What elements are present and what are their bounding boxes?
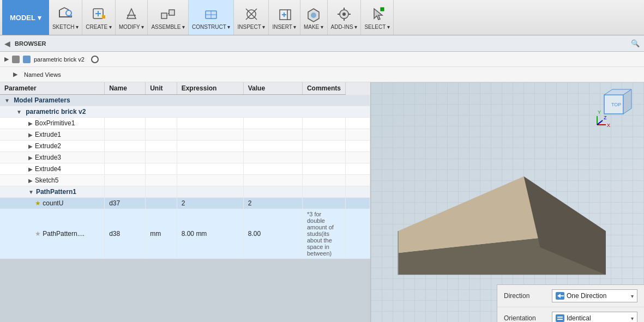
table-row-pathpattern-param: ★ PathPattern.... d38 mm 8.00 mm 8.00 *3…: [0, 209, 370, 259]
table-row-pathpattern: ▼PathPattern1: [0, 186, 370, 198]
modify-label: MODIFY ▾: [119, 24, 144, 30]
col-header-value: Value: [243, 82, 302, 95]
select-label: SELECT ▾: [364, 24, 390, 30]
model-dropdown-arrow: ▾: [38, 14, 41, 22]
toolbar: MODEL ▾ SKETCH ▾ CREATE ▾: [0, 0, 644, 35]
subsection-label: ▼ parametric brick v2: [0, 106, 370, 118]
svg-point-21: [311, 13, 316, 18]
item-model-icon: [23, 56, 31, 63]
browser-item-row: ▶ parametric brick v2: [0, 52, 644, 67]
direction-value: One Direction: [567, 292, 629, 300]
svg-line-3: [70, 15, 72, 16]
addins-label: ADD-INS ▾: [331, 24, 358, 30]
browser-search-icon[interactable]: 🔍: [631, 39, 640, 47]
insert-icon: [275, 5, 293, 23]
named-views-row: ▶ Named Views: [0, 67, 644, 82]
browser-pin-icon[interactable]: ◀: [4, 39, 10, 48]
toolbar-group-insert[interactable]: INSERT ▾: [269, 0, 300, 35]
svg-line-41: [597, 120, 603, 125]
insert-label: INSERT ▾: [272, 24, 296, 30]
construct-icon: [202, 5, 220, 23]
section-label: ▼ Model Parameters: [0, 95, 370, 106]
addins-icon: [335, 5, 353, 23]
toolbar-group-create[interactable]: CREATE ▾: [82, 0, 116, 35]
subsection-expand-icon[interactable]: ▼: [16, 109, 22, 115]
col-header-expression: Expression: [177, 82, 243, 95]
table-row-countU: ★ countU d37 2 2: [0, 198, 370, 209]
orientation-dropdown-arrow: ▾: [631, 315, 634, 321]
row-param-name: ▶BoxPrimitive1: [0, 118, 105, 129]
direction-icon: [556, 292, 564, 300]
expand-icon[interactable]: ▶: [4, 56, 9, 63]
create-icon: [90, 5, 107, 23]
make-icon: [305, 5, 322, 23]
table-row: ▶Extrude3: [0, 152, 370, 163]
expand-named-views-icon[interactable]: ▶: [13, 71, 17, 78]
section-expand-icon[interactable]: ▼: [4, 98, 10, 104]
table-row: ▶BoxPrimitive1: [0, 118, 370, 129]
svg-text:Z: Z: [604, 115, 607, 120]
model-menu-button[interactable]: MODEL ▾: [2, 0, 49, 35]
browser-label: BROWSER: [15, 40, 46, 47]
browser-item-name: parametric brick v2: [34, 56, 85, 63]
table-row: ▶Extrude1: [0, 129, 370, 141]
toolbar-group-addins[interactable]: ADD-INS ▾: [328, 0, 362, 35]
svg-point-23: [342, 13, 346, 16]
svg-text:Y: Y: [598, 110, 601, 115]
toolbar-group-sketch[interactable]: SKETCH ▾: [49, 0, 82, 35]
toolbar-group-assemble[interactable]: ASSEMBLE ▾: [148, 0, 189, 35]
col-header-parameter: Parameter: [0, 82, 105, 95]
make-label: MAKE ▾: [304, 24, 323, 30]
direction-dropdown-arrow: ▾: [631, 293, 634, 299]
direction-dropdown[interactable]: One Direction ▾: [552, 289, 637, 302]
browser-panel: ◀ BROWSER 🔍: [0, 35, 644, 52]
direction-row: Direction One Direction ▾: [497, 285, 644, 307]
toolbar-group-select[interactable]: SELECT ▾: [361, 0, 394, 35]
section-model-parameters: ▼ Model Parameters: [0, 95, 370, 106]
main-content: Parameter Name Unit Expression Value Com…: [0, 82, 644, 322]
svg-rect-10: [169, 10, 174, 15]
orientation-row: Orientation Identical ▾: [497, 307, 644, 322]
star-icon-2: ★: [35, 230, 41, 238]
construct-label: CONSTRUCT ▾: [192, 24, 230, 30]
svg-rect-28: [381, 8, 384, 11]
toolbar-group-make[interactable]: MAKE ▾: [300, 0, 328, 35]
col-header-comments: Comments: [302, 82, 345, 95]
visibility-toggle[interactable]: [91, 56, 99, 63]
table-row: ▶Extrude4: [0, 163, 370, 175]
assemble-label: ASSEMBLE ▾: [151, 24, 185, 30]
star-icon: ★: [35, 199, 41, 207]
item-folder-icon: [12, 56, 20, 63]
sketch-label: SKETCH ▾: [52, 24, 79, 30]
viewcube-svg: TOP X Y Z: [596, 87, 640, 130]
create-label: CREATE ▾: [86, 24, 112, 30]
named-views-label: Named Views: [24, 71, 61, 78]
inspect-label: INSPECT ▾: [237, 24, 265, 30]
parameter-table-container: Parameter Name Unit Expression Value Com…: [0, 82, 371, 322]
svg-text:X: X: [607, 123, 610, 128]
col-header-name: Name: [105, 82, 146, 95]
subsection-brick: ▼ parametric brick v2: [0, 106, 370, 118]
parameter-table: Parameter Name Unit Expression Value Com…: [0, 82, 370, 259]
orientation-dropdown[interactable]: Identical ▾: [552, 312, 637, 322]
svg-rect-1: [59, 10, 60, 17]
toolbar-group-inspect[interactable]: INSPECT ▾: [234, 0, 269, 35]
inspect-icon: [243, 5, 260, 23]
model-label: MODEL: [10, 14, 35, 22]
orientation-label: Orientation: [504, 314, 547, 322]
col-header-unit: Unit: [146, 82, 177, 95]
side-panel: Direction One Direction ▾ Orientation: [497, 284, 644, 322]
svg-rect-7: [102, 15, 105, 19]
table-row: ▶Extrude2: [0, 141, 370, 152]
orientation-icon: [556, 314, 564, 322]
select-icon: [369, 5, 386, 23]
svg-rect-0: [59, 16, 72, 17]
toolbar-group-modify[interactable]: MODIFY ▾: [116, 0, 148, 35]
assemble-icon: [159, 5, 177, 23]
toolbar-group-construct[interactable]: CONSTRUCT ▾: [189, 0, 234, 35]
table-scroll[interactable]: Parameter Name Unit Expression Value Com…: [0, 82, 370, 322]
modify-icon: [123, 5, 140, 23]
svg-marker-43: [557, 294, 564, 298]
viewcube[interactable]: TOP X Y Z: [596, 87, 640, 130]
3d-viewport[interactable]: TOP X Y Z Direction: [371, 82, 644, 322]
